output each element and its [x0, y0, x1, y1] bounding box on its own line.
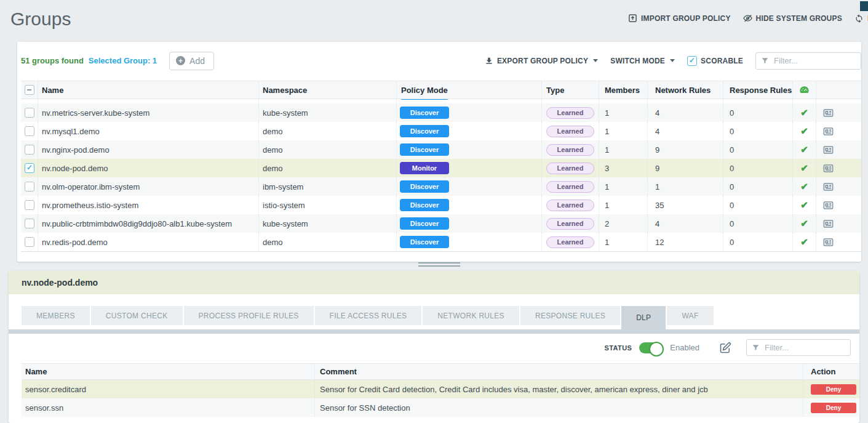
response-rules-count: 0 — [723, 122, 793, 140]
column-header-response-rules[interactable]: Response Rules — [723, 81, 793, 99]
row-checkbox[interactable] — [25, 145, 34, 155]
scorable-checkbox[interactable] — [687, 56, 697, 66]
table-row[interactable]: nv.metrics-server.kube-systemkube-system… — [21, 103, 861, 122]
group-name: nv.prometheus.istio-system — [38, 196, 259, 214]
edit-button[interactable] — [719, 342, 731, 354]
row-checkbox[interactable] — [25, 182, 34, 191]
response-rules-count: 0 — [723, 196, 793, 214]
group-details-icon[interactable] — [822, 107, 834, 119]
groups-toolbar: 51 groups found Selected Group: 1 + Add … — [21, 51, 861, 70]
row-checkbox[interactable] — [25, 200, 34, 210]
dlp-table: NameCommentAction sensor.creditcardSenso… — [22, 363, 859, 417]
policy-mode-badge[interactable]: Discover — [400, 236, 449, 248]
group-namespace: demo — [259, 233, 397, 251]
dlp-sensor-comment: Sensor for SSN detection — [315, 398, 803, 417]
dlp-filter-input[interactable] — [746, 339, 851, 356]
policy-mode-badge[interactable]: Monitor — [400, 162, 449, 174]
network-rules-count: 12 — [648, 233, 723, 251]
policy-mode-badge[interactable]: Discover — [400, 125, 449, 137]
column-header-members[interactable]: Members — [599, 81, 648, 99]
table-row[interactable]: nv.node-pod.demodemoMonitorLearned390✔ — [21, 159, 861, 177]
table-row[interactable]: nv.mysql1.demodemoDiscoverLearned140✔ — [21, 122, 861, 140]
type-badge: Learned — [546, 236, 594, 248]
response-rules-count: 0 — [723, 140, 793, 159]
members-count: 3 — [599, 159, 648, 177]
members-count: 1 — [599, 233, 648, 251]
table-row[interactable]: nv.redis-pod.demodemoDiscoverLearned1120… — [21, 233, 861, 251]
type-badge: Learned — [546, 218, 594, 230]
switch-mode-button[interactable]: SWITCH MODE — [610, 57, 675, 65]
header-action-refresh[interactable]: REFRESH — [854, 14, 868, 23]
type-badge: Learned — [546, 181, 594, 193]
groups-count: 51 groups found — [21, 56, 84, 65]
dlp-action-button[interactable]: Deny — [811, 403, 856, 413]
table-row[interactable]: nv.prometheus.istio-systemistio-systemDi… — [21, 196, 861, 214]
group-details-icon[interactable] — [822, 236, 834, 248]
row-checkbox[interactable] — [25, 237, 34, 247]
row-checkbox[interactable] — [25, 126, 34, 136]
dlp-row[interactable]: sensor.creditcardSensor for Credit Card … — [22, 380, 859, 398]
groups-filter-input[interactable] — [755, 52, 861, 70]
dlp-action-button[interactable]: Deny — [811, 384, 856, 395]
group-details-icon[interactable] — [822, 181, 834, 193]
group-details-icon[interactable] — [822, 199, 834, 211]
chevron-down-icon — [670, 59, 675, 62]
group-details-icon[interactable] — [822, 218, 834, 230]
panel-resize-handle[interactable] — [418, 262, 460, 267]
scorable-check-icon: ✔ — [800, 163, 808, 174]
status-toggle[interactable] — [639, 342, 663, 353]
tab-custom-check[interactable]: CUSTOM CHECK — [91, 306, 183, 325]
network-rules-count: 4 — [648, 103, 723, 122]
network-rules-count: 35 — [648, 196, 723, 214]
header-select-all-checkbox[interactable] — [25, 85, 34, 95]
column-header-type[interactable]: Type — [542, 81, 599, 99]
row-checkbox[interactable] — [25, 219, 34, 228]
column-header-name[interactable]: Name — [38, 81, 259, 99]
groups-panel: 51 groups found Selected Group: 1 + Add … — [17, 42, 861, 262]
tab-network-rules[interactable]: NETWORK RULES — [423, 306, 519, 325]
tab-members[interactable]: MEMBERS — [22, 306, 90, 325]
type-badge: Learned — [546, 199, 594, 211]
tab-dlp[interactable]: DLP — [621, 306, 666, 329]
column-header-policy-mode[interactable]: Policy Mode — [397, 81, 542, 99]
members-count: 1 — [599, 196, 648, 214]
scorable-check-icon: ✔ — [800, 144, 808, 155]
policy-mode-badge[interactable]: Discover — [400, 199, 449, 211]
group-name: nv.redis-pod.demo — [38, 233, 259, 251]
header-action-import-group-policy[interactable]: IMPORT GROUP POLICY — [628, 14, 731, 23]
add-button[interactable]: + Add — [169, 52, 214, 70]
column-header-namespace[interactable]: Namespace — [259, 81, 397, 99]
tab-process-profile-rules[interactable]: PROCESS PROFILE RULES — [184, 306, 314, 325]
export-group-policy-button[interactable]: EXPORT GROUP POLICY — [485, 57, 598, 65]
row-checkbox[interactable] — [25, 163, 34, 173]
group-details-icon[interactable] — [822, 163, 834, 174]
header-action-hide-system-groups[interactable]: HIDE SYSTEM GROUPS — [743, 14, 842, 23]
tab-file-access-rules[interactable]: FILE ACCESS RULES — [315, 306, 422, 325]
group-details-icon[interactable] — [822, 126, 834, 137]
policy-mode-badge[interactable]: Discover — [400, 180, 449, 193]
table-row[interactable]: nv.public-crbtmimbdw08dig9ddjo80-alb1.ku… — [21, 214, 861, 233]
policy-mode-badge[interactable]: Discover — [400, 217, 449, 230]
table-row[interactable]: nv.nginx-pod.demodemoDiscoverLearned190✔ — [21, 140, 861, 159]
column-header-network-rules[interactable]: Network Rules — [648, 81, 723, 99]
row-checkbox[interactable] — [25, 108, 34, 118]
status-row: STATUS Enabled — [9, 334, 859, 361]
download-icon — [485, 57, 493, 65]
scorable-checkbox-group[interactable]: SCORABLE — [687, 56, 743, 66]
tab-response-rules[interactable]: RESPONSE RULES — [520, 306, 620, 325]
groups-table: NameNamespacePolicy ModeTypeMembersNetwo… — [21, 81, 861, 252]
policy-mode-badge[interactable]: Discover — [400, 143, 449, 156]
tab-waf[interactable]: WAF — [667, 306, 713, 325]
dlp-row[interactable]: sensor.ssnSensor for SSN detectionDeny — [22, 398, 859, 417]
policy-mode-badge[interactable]: Discover — [400, 107, 449, 119]
groups-table-header: NameNamespacePolicy ModeTypeMembersNetwo… — [21, 81, 861, 99]
network-rules-count: 9 — [648, 140, 723, 159]
members-count: 1 — [599, 103, 648, 122]
scorable-column-icon — [799, 85, 810, 95]
export-group-policy-label: EXPORT GROUP POLICY — [497, 57, 588, 65]
scorable-label: SCORABLE — [701, 57, 743, 65]
members-count: 1 — [599, 177, 648, 196]
response-rules-count: 0 — [723, 233, 793, 251]
group-details-icon[interactable] — [822, 144, 834, 156]
table-row[interactable]: nv.olm-operator.ibm-systemibm-systemDisc… — [21, 177, 861, 196]
